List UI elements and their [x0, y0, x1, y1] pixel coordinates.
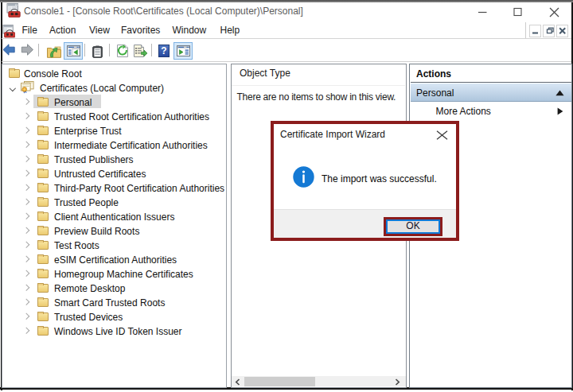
svg-text:?: ?	[161, 45, 166, 56]
